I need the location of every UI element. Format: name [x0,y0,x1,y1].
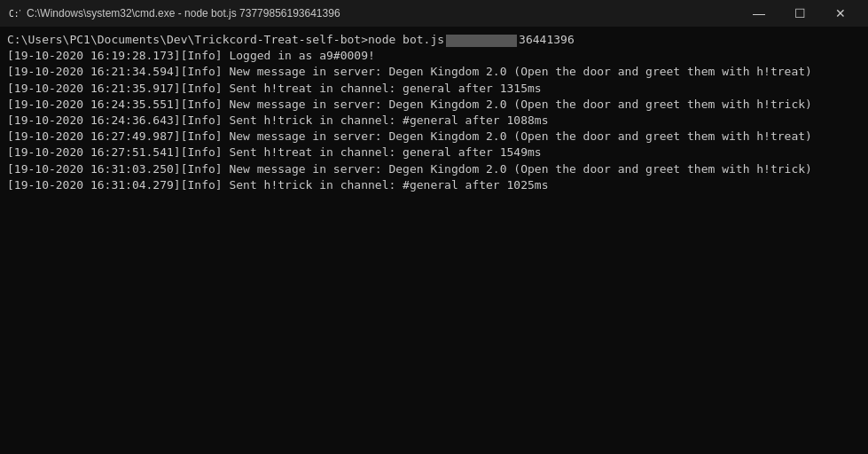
partial-id: 36441396 [519,33,575,46]
maximize-button[interactable]: ☐ [779,0,820,27]
cmd-icon: C:\ [7,6,21,20]
svg-text:C:\: C:\ [9,9,20,19]
log-line: [19-10-2020 16:31:03.250][Info] New mess… [7,161,861,177]
close-button[interactable]: ✕ [820,0,861,27]
log-line: [19-10-2020 16:27:49.987][Info] New mess… [7,129,861,145]
prompt-text: C:\Users\PC1\Documents\Dev\Trickcord-Tre… [7,33,444,46]
terminal: C:\Users\PC1\Documents\Dev\Trickcord-Tre… [0,27,868,454]
log-line: [19-10-2020 16:24:35.551][Info] New mess… [7,97,861,113]
log-line: [19-10-2020 16:24:36.643][Info] Sent h!t… [7,113,861,129]
log-line: [19-10-2020 16:31:04.279][Info] Sent h!t… [7,177,861,193]
log-line: [19-10-2020 16:21:34.594][Info] New mess… [7,64,861,80]
log-line: [19-10-2020 16:19:28.173][Info] Logged i… [7,48,861,64]
log-line: [19-10-2020 16:21:35.917][Info] Sent h!t… [7,81,861,97]
title-bar-controls: — ☐ ✕ [739,0,861,27]
redacted-value [446,35,517,47]
log-lines: [19-10-2020 16:19:28.173][Info] Logged i… [7,48,861,193]
prompt-line: C:\Users\PC1\Documents\Dev\Trickcord-Tre… [7,32,861,48]
log-line: [19-10-2020 16:27:51.541][Info] Sent h!t… [7,145,861,160]
window: C:\ C:\Windows\system32\cmd.exe - node b… [0,0,868,454]
title-bar-text: C:\Windows\system32\cmd.exe - node bot.j… [27,7,739,20]
title-bar: C:\ C:\Windows\system32\cmd.exe - node b… [0,0,868,27]
minimize-button[interactable]: — [739,0,779,27]
